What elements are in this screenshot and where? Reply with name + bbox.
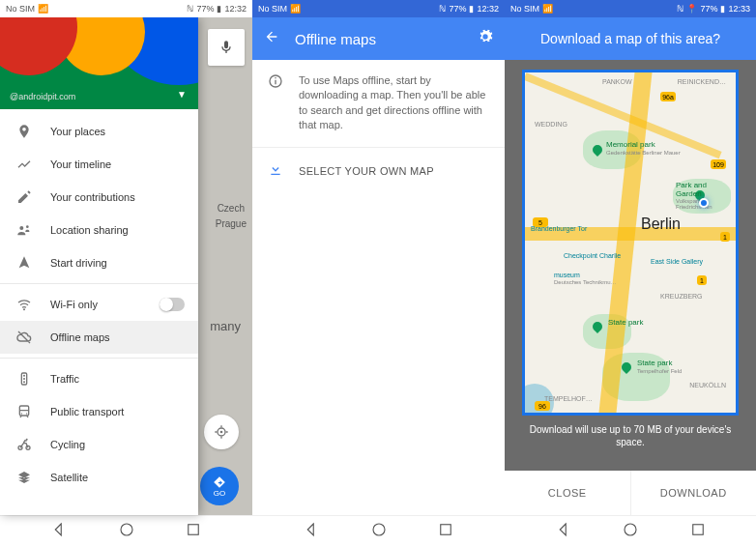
sidebar-item-start-driving[interactable]: Start driving [0, 246, 198, 279]
download-icon [268, 161, 283, 181]
recents-button[interactable] [185, 521, 202, 542]
directions-icon [213, 475, 226, 489]
svg-point-14 [26, 439, 28, 441]
recents-button[interactable] [437, 521, 454, 542]
recents-button[interactable] [689, 521, 707, 542]
system-nav-bar [0, 515, 252, 546]
highway-shield: 96a [660, 92, 676, 101]
cloud-off-icon [14, 327, 35, 348]
nfc-icon: ℕ [187, 4, 193, 14]
navigation-drawer: @androidpit.com ▼ Your places Your timel… [0, 17, 198, 515]
timeline-icon [14, 154, 35, 175]
back-button[interactable] [50, 521, 68, 542]
map-poi-label: Checkpoint Charlie [564, 252, 621, 259]
map-poi-label: State park [608, 318, 643, 327]
sidebar-item-offline-maps[interactable]: Offline maps [0, 321, 198, 354]
sidebar-item-label: Satellite [50, 472, 88, 483]
transit-icon [14, 401, 35, 422]
wifi-icon [14, 294, 35, 315]
signal-icon: 📶 [542, 4, 553, 14]
pin-icon [14, 121, 35, 142]
home-button[interactable] [370, 521, 388, 542]
navigation-icon [14, 252, 35, 273]
sidebar-item-label: Wi-Fi only [50, 299, 98, 310]
sidebar-item-your-timeline[interactable]: Your timeline [0, 148, 198, 181]
drawer-header[interactable]: @androidpit.com ▼ [0, 17, 198, 109]
back-button[interactable] [264, 29, 279, 48]
home-button[interactable] [118, 521, 135, 542]
info-icon [268, 73, 283, 133]
map-poi-label: Memorial park [606, 140, 655, 149]
svg-point-3 [26, 225, 29, 228]
location-sharing-icon [14, 219, 35, 241]
back-button[interactable] [303, 521, 320, 542]
svg-point-2 [19, 226, 23, 230]
current-location-dot [699, 198, 709, 208]
traffic-icon [14, 368, 35, 389]
map-label-prague: Prague [216, 218, 247, 229]
select-own-map-button[interactable]: SELECT YOUR OWN MAP [252, 148, 505, 194]
sim-status: No SIM [258, 4, 287, 14]
sidebar-item-traffic[interactable]: Traffic [0, 362, 198, 395]
chevron-down-icon: ▼ [177, 89, 187, 100]
clock: 12:33 [728, 4, 750, 14]
back-button[interactable] [555, 521, 572, 542]
sidebar-item-label: Offline maps [50, 331, 110, 343]
sidebar-item-label: Cycling [50, 439, 85, 450]
dialog-actions: CLOSE DOWNLOAD [505, 471, 756, 515]
battery-icon: ▮ [217, 4, 221, 14]
info-text: To use Maps offline, start by downloadin… [299, 73, 489, 133]
sidebar-item-location-sharing[interactable]: Location sharing [0, 214, 198, 246]
voice-search-button[interactable] [208, 29, 245, 66]
bike-icon [14, 434, 35, 455]
sidebar-item-label: Public transport [50, 406, 124, 417]
sidebar-item-your-contributions[interactable]: Your contributions [0, 181, 198, 214]
offline-maps-body: To use Maps offline, start by downloadin… [252, 60, 505, 515]
highway-shield: 1 [720, 232, 730, 242]
sidebar-item-label: Location sharing [50, 224, 129, 236]
map-poi-label: Park and Garden [676, 181, 734, 198]
map-tiles: PANKOW REINICKEND… WEDDING 96a 109 96 5 … [525, 72, 736, 413]
download-button[interactable]: DOWNLOAD [631, 471, 757, 515]
status-bar: No SIM📶 ℕ77%▮12:32 [252, 0, 505, 17]
go-button[interactable]: GO [200, 467, 239, 505]
svg-point-15 [121, 524, 132, 535]
edit-icon [14, 187, 35, 208]
app-bar: Download a map of this area? [505, 17, 756, 60]
sidebar-item-cycling[interactable]: Cycling [0, 428, 198, 461]
account-handle: @androidpit.com [10, 92, 75, 101]
settings-button[interactable] [478, 29, 493, 48]
battery-icon: ▮ [720, 4, 725, 14]
sidebar-item-public-transport[interactable]: Public transport [0, 395, 198, 428]
page-title: Download a map of this area? [540, 31, 720, 46]
map-label: WEDDING [535, 121, 567, 128]
wifi-only-toggle[interactable] [160, 298, 185, 311]
svg-point-20 [625, 524, 636, 535]
svg-point-4 [23, 308, 25, 310]
close-button[interactable]: CLOSE [505, 471, 630, 515]
svg-point-7 [23, 378, 25, 380]
sidebar-item-label: Your timeline [50, 158, 111, 170]
system-nav-bar [505, 515, 756, 546]
map-viewport[interactable]: PANKOW REINICKEND… WEDDING 96a 109 96 5 … [505, 60, 756, 471]
svg-point-6 [23, 375, 25, 377]
battery-percent: 77% [449, 4, 466, 14]
sidebar-item-label: Start driving [50, 257, 107, 269]
sidebar-item-satellite[interactable]: Satellite [0, 461, 198, 494]
microphone-icon [218, 40, 234, 55]
map-label: NEUKÖLLN [689, 382, 726, 388]
battery-icon: ▮ [469, 4, 474, 14]
map-poi-label: museum [554, 272, 580, 278]
home-button[interactable] [622, 521, 639, 542]
status-bar: No SIM📶 ℕ📍77%▮12:33 [505, 0, 756, 17]
sidebar-item-wifi-only[interactable]: Wi-Fi only [0, 288, 198, 321]
sidebar-item-your-places[interactable]: Your places [0, 115, 198, 148]
map-label: REINICKEND… [678, 78, 726, 85]
divider [0, 283, 198, 284]
selection-box[interactable]: PANKOW REINICKEND… WEDDING 96a 109 96 5 … [522, 70, 739, 416]
clock: 12:32 [224, 4, 247, 14]
highway-shield: 109 [711, 159, 726, 169]
signal-icon: 📶 [290, 4, 301, 14]
my-location-button[interactable] [204, 415, 239, 449]
svg-rect-19 [441, 524, 451, 534]
